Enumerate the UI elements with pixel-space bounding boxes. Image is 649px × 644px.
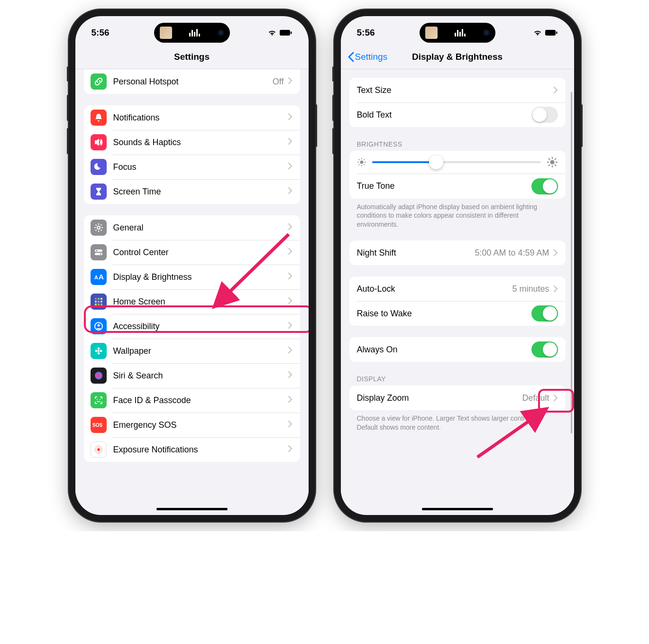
- label-raise-to-wake: Raise to Wake: [357, 309, 531, 319]
- link-icon: [91, 74, 107, 90]
- bell-icon: [91, 110, 107, 126]
- label-notifications: Notifications: [113, 113, 288, 123]
- home-indicator[interactable]: [422, 508, 493, 510]
- chevron-right-icon: [288, 248, 293, 257]
- svg-point-4: [96, 250, 97, 251]
- row-display-brightness[interactable]: AADisplay & Brightness: [84, 265, 300, 289]
- svg-point-26: [97, 399, 98, 400]
- label-exposure-notifications: Exposure Notifications: [113, 445, 288, 455]
- label-bold-text: Bold Text: [357, 110, 531, 120]
- label-siri-search: Siri & Search: [113, 371, 288, 381]
- label-display-zoom: Display Zoom: [357, 393, 522, 403]
- chevron-right-icon: [288, 420, 293, 430]
- svg-rect-0: [280, 30, 290, 36]
- svg-text:A: A: [94, 275, 98, 280]
- label-true-tone: True Tone: [357, 181, 531, 191]
- chevron-right-icon: [288, 297, 293, 306]
- scrollbar[interactable]: [571, 92, 572, 433]
- footer-true-tone: Automatically adapt iPhone display based…: [357, 202, 558, 230]
- back-button[interactable]: Settings: [347, 52, 388, 62]
- gear-icon: [91, 220, 107, 236]
- row-focus[interactable]: Focus: [84, 155, 300, 179]
- toggle-always-on[interactable]: [531, 341, 558, 358]
- row-auto-lock[interactable]: Auto-Lock 5 minutes: [349, 276, 566, 301]
- svg-point-25: [95, 372, 102, 379]
- svg-point-21: [97, 348, 100, 350]
- brightness-slider[interactable]: [372, 161, 541, 163]
- svg-rect-16: [98, 304, 100, 305]
- row-faceid-passcode[interactable]: Face ID & Passcode: [84, 388, 300, 413]
- battery-icon: [279, 29, 293, 36]
- nav-bar: Settings Display & Brightness: [341, 45, 574, 69]
- svg-rect-9: [95, 298, 97, 300]
- toggle-true-tone[interactable]: [531, 178, 558, 194]
- row-sounds-haptics[interactable]: Sounds & Haptics: [84, 130, 300, 155]
- row-screen-time[interactable]: Screen Time: [84, 179, 300, 204]
- row-siri-search[interactable]: Siri & Search: [84, 363, 300, 388]
- dynamic-island: [420, 23, 495, 43]
- row-emergency-sos[interactable]: SOSEmergency SOS: [84, 413, 300, 437]
- toggle-bold-text[interactable]: [531, 107, 558, 123]
- row-home-screen[interactable]: Home Screen: [84, 289, 300, 314]
- svg-point-24: [100, 350, 102, 352]
- row-text-size[interactable]: Text Size: [349, 78, 566, 102]
- row-display-zoom[interactable]: Display Zoom Default: [349, 386, 566, 410]
- wifi-icon: [268, 29, 276, 36]
- nav-title: Settings: [174, 52, 210, 62]
- aa-icon: AA: [91, 269, 107, 285]
- svg-line-52: [555, 158, 556, 160]
- chevron-right-icon: [553, 249, 558, 257]
- chevron-right-icon: [288, 322, 293, 331]
- row-raise-to-wake: Raise to Wake: [349, 301, 566, 326]
- phone-left: 5:56 Settings Personal HotspotOffNotific…: [69, 9, 315, 522]
- label-emergency-sos: Emergency SOS: [113, 420, 288, 430]
- chevron-right-icon: [288, 223, 293, 232]
- row-notifications[interactable]: Notifications: [84, 105, 300, 130]
- row-personal-hotspot[interactable]: Personal HotspotOff: [84, 69, 300, 94]
- svg-point-27: [100, 399, 101, 400]
- row-bold-text: Bold Text: [349, 102, 566, 127]
- home-indicator[interactable]: [156, 508, 228, 510]
- svg-point-29: [97, 448, 100, 451]
- brightness-high-icon: [547, 156, 558, 168]
- row-control-center[interactable]: Control Center: [84, 240, 300, 265]
- dynamic-island: [154, 23, 230, 43]
- nav-title: Display & Brightness: [412, 52, 503, 62]
- status-time: 5:56: [357, 28, 375, 38]
- row-night-shift[interactable]: Night Shift 5:00 AM to 4:59 AM: [349, 240, 566, 265]
- row-exposure-notifications[interactable]: Exposure Notifications: [84, 437, 300, 462]
- label-screen-time: Screen Time: [113, 187, 288, 197]
- footer-display-zoom: Choose a view for iPhone. Larger Text sh…: [357, 414, 558, 432]
- row-brightness-slider: [349, 151, 566, 174]
- svg-point-2: [97, 226, 100, 229]
- label-display-brightness: Display & Brightness: [113, 272, 288, 282]
- content-area[interactable]: Personal HotspotOffNotificationsSounds &…: [75, 69, 309, 501]
- chevron-right-icon: [288, 396, 293, 405]
- moon-icon: [91, 159, 107, 175]
- toggle-raise-to-wake[interactable]: [531, 305, 558, 322]
- flower-icon: [91, 343, 107, 359]
- sos-icon: SOS: [91, 417, 107, 433]
- svg-rect-15: [95, 304, 97, 305]
- row-wallpaper[interactable]: Wallpaper: [84, 339, 300, 363]
- content-area[interactable]: Text Size Bold Text BRIGHTNESS: [341, 69, 574, 501]
- svg-rect-33: [545, 30, 556, 36]
- status-time: 5:56: [91, 28, 110, 38]
- brightness-low-icon: [357, 157, 366, 167]
- label-personal-hotspot: Personal Hotspot: [113, 77, 273, 87]
- svg-point-6: [100, 253, 101, 255]
- chevron-right-icon: [553, 285, 558, 293]
- row-general[interactable]: General: [84, 215, 300, 240]
- chevron-right-icon: [553, 86, 558, 94]
- label-control-center: Control Center: [113, 248, 288, 258]
- row-accessibility[interactable]: Accessibility: [84, 314, 300, 339]
- svg-point-35: [360, 161, 363, 164]
- switches-icon: [91, 244, 107, 260]
- svg-rect-1: [291, 32, 292, 34]
- label-sounds-haptics: Sounds & Haptics: [113, 138, 288, 147]
- svg-rect-11: [101, 298, 102, 300]
- person-circle-icon: [91, 318, 107, 334]
- svg-line-40: [358, 159, 359, 160]
- chevron-right-icon: [288, 346, 293, 356]
- battery-icon: [545, 29, 558, 36]
